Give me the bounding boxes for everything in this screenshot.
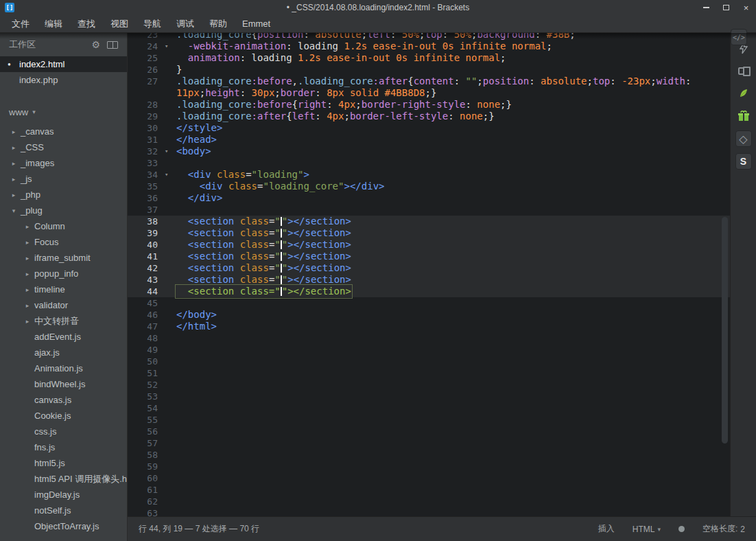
tree-folder-item[interactable]: ▸_canvas (0, 124, 127, 139)
code-row[interactable]: 53 (128, 391, 730, 402)
code-row[interactable]: 46</body> (128, 309, 730, 321)
code-row[interactable]: 58 (128, 449, 730, 461)
fold-arrow-icon[interactable]: ▾ (165, 146, 176, 157)
code-row[interactable]: 40 <section class=""></section> (128, 239, 730, 251)
code-row[interactable]: 48 (128, 332, 730, 344)
disclosure-arrow-icon[interactable]: ▸ (10, 160, 18, 167)
tree-file-item[interactable]: html5 API 调用摄像头.h (0, 471, 127, 487)
gear-icon[interactable]: ⚙ (91, 40, 100, 49)
disclosure-arrow-icon[interactable]: ▸ (23, 255, 32, 262)
tree-folder-item[interactable]: ▸iframe_submit (0, 250, 127, 266)
disclosure-arrow-icon[interactable]: ▸ (23, 302, 32, 309)
disclosure-arrow-icon[interactable]: ▸ (10, 144, 18, 151)
tree-folder-item[interactable]: ▸_CSS (0, 139, 127, 155)
code-row[interactable]: 35 <div class="loading_core"></div> (128, 181, 730, 192)
code-extension-icon[interactable]: </> (731, 29, 747, 45)
code-row[interactable]: 42 <section class=""></section> (128, 262, 730, 274)
code-row[interactable]: 62 (128, 496, 730, 507)
tree-file-item[interactable]: bindWheel.js (0, 376, 127, 392)
working-file-item[interactable]: index.php (0, 72, 127, 88)
indent-value[interactable]: 2 (740, 525, 745, 534)
code-row[interactable]: 56 (128, 426, 730, 437)
code-row[interactable]: 28.loading_core:before{right: 4px;border… (128, 99, 730, 111)
code-row[interactable]: 39 <section class=""></section> (128, 227, 730, 239)
tree-file-item[interactable]: canvas.js (0, 392, 127, 408)
close-button[interactable]: × (736, 0, 756, 15)
tree-folder-item[interactable]: ▸Focus (0, 234, 127, 250)
menu-item[interactable]: 视图 (103, 15, 136, 33)
code-row[interactable]: 57 (128, 437, 730, 449)
menu-item[interactable]: 编辑 (37, 15, 70, 33)
tree-folder-item[interactable]: ▾_plug (0, 203, 127, 218)
tree-file-item[interactable]: Animation.js (0, 360, 127, 376)
tree-folder-item[interactable]: ▸_js (0, 171, 127, 187)
code-row[interactable]: 61 (128, 484, 730, 496)
tree-folder-item[interactable]: ▸popup_info (0, 266, 127, 281)
minimize-button[interactable] (696, 0, 716, 15)
code-row[interactable]: 54 (128, 402, 730, 414)
code-row[interactable]: 44 <section class=""></section> (128, 286, 730, 297)
lint-status-icon[interactable] (678, 526, 685, 532)
code-row[interactable]: 32▾<body> (128, 146, 730, 157)
tree-folder-item[interactable]: ▸validator (0, 297, 127, 313)
code-row[interactable]: 26} (128, 64, 730, 76)
tree-file-item[interactable]: ObjectToArray.js (0, 518, 127, 534)
code-row[interactable]: 36 </div> (128, 192, 730, 204)
tree-file-item[interactable]: imgDelay.js (0, 487, 127, 503)
project-dropdown[interactable]: www ▾ (0, 103, 127, 121)
disclosure-arrow-icon[interactable]: ▸ (10, 128, 18, 135)
code-row[interactable]: 37 (128, 204, 730, 216)
extract-extension-icon[interactable]: ◇ (735, 130, 752, 147)
tree-folder-item[interactable]: ▸_php (0, 187, 127, 203)
code-row[interactable]: 47</html> (128, 321, 730, 332)
tree-folder-item[interactable]: ▸_images (0, 155, 127, 171)
extension-updates-gift-icon[interactable] (735, 108, 753, 124)
insert-mode-toggle[interactable]: 插入 (598, 523, 615, 535)
menu-item[interactable]: 帮助 (202, 15, 235, 33)
code-row[interactable]: 59 (128, 461, 730, 472)
menu-item[interactable]: Emmet (235, 15, 278, 33)
working-file-item[interactable]: ●index2.html (0, 56, 127, 72)
split-view-icon[interactable] (107, 41, 118, 49)
code-row[interactable]: 31</head> (128, 134, 730, 146)
disclosure-arrow-icon[interactable]: ▸ (10, 176, 18, 183)
code-row[interactable]: 50 (128, 356, 730, 367)
language-mode-dropdown[interactable]: HTML ▾ (633, 525, 661, 534)
code-row[interactable]: 55 (128, 414, 730, 426)
code-row[interactable]: 29.loading_core:after{left: 4px;border-l… (128, 111, 730, 122)
disclosure-arrow-icon[interactable]: ▾ (10, 207, 18, 214)
code-row[interactable]: 30</style> (128, 122, 730, 134)
menu-item[interactable]: 文件 (4, 15, 37, 33)
code-row[interactable]: 63 (128, 507, 730, 516)
code-row[interactable]: 51 (128, 367, 730, 379)
code-row[interactable]: 24▾ -webkit-animation: loading 1.2s ease… (128, 41, 730, 52)
tree-file-item[interactable]: addEvent.js (0, 329, 127, 345)
snippets-extension-icon[interactable]: S (735, 153, 752, 170)
code-row[interactable]: 41 <section class=""></section> (128, 251, 730, 262)
editor-scrollbar[interactable] (722, 217, 728, 444)
fold-arrow-icon[interactable]: ▾ (165, 41, 176, 52)
indent-settings[interactable]: 空格长度: 2 (702, 523, 745, 535)
disclosure-arrow-icon[interactable]: ▸ (23, 223, 32, 230)
code-row[interactable]: 49 (128, 344, 730, 356)
editor[interactable]: 23.loading_core{position: absolute;left:… (128, 33, 730, 516)
disclosure-arrow-icon[interactable]: ▸ (23, 286, 32, 293)
tree-file-item[interactable]: Cookie.js (0, 408, 127, 424)
code-row[interactable]: 34▾ <div class="loading"> (128, 169, 730, 181)
tree-file-item[interactable]: html5.js (0, 455, 127, 471)
maximize-button[interactable] (716, 0, 736, 15)
disclosure-arrow-icon[interactable]: ▸ (23, 270, 32, 277)
disclosure-arrow-icon[interactable]: ▸ (10, 192, 18, 198)
menu-item[interactable]: 调试 (169, 15, 202, 33)
code-row[interactable]: 27.loading_core:before,.loading_core:aft… (128, 76, 730, 87)
responsive-preview-icon[interactable] (735, 62, 753, 79)
tree-file-item[interactable]: css.js (0, 424, 127, 439)
code-row[interactable]: 45 (128, 297, 730, 309)
code-row[interactable]: 43 <section class=""></section> (128, 274, 730, 286)
disclosure-arrow-icon[interactable]: ▸ (23, 239, 32, 246)
leaf-extension-icon[interactable] (735, 85, 753, 102)
code-row[interactable]: 52 (128, 379, 730, 391)
code-row[interactable]: 11px;height: 30px;border: 8px solid #4BB… (128, 87, 730, 99)
fold-arrow-icon[interactable]: ▾ (165, 169, 176, 181)
code-row[interactable]: 25 animation: loading 1.2s ease-in-out 0… (128, 52, 730, 64)
